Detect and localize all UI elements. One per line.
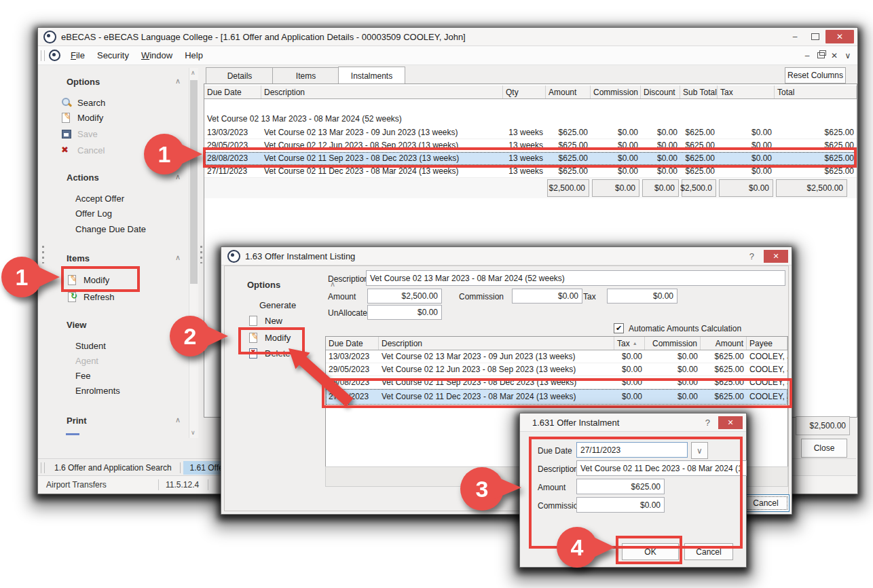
sidebar-item-search[interactable]: Search <box>61 97 105 108</box>
column-header-total[interactable]: Total <box>775 86 857 98</box>
tax-field[interactable]: $0.00 <box>607 289 677 304</box>
scrollbar-thumb[interactable] <box>190 80 198 284</box>
commission-field[interactable]: $0.00 <box>512 289 582 304</box>
collapse-chevron-icon[interactable]: ∧ <box>175 253 181 263</box>
collapse-chevron-icon[interactable]: ∧ <box>175 320 181 330</box>
amount-field[interactable]: $2,500.00 <box>367 289 442 304</box>
cancel-button-163[interactable]: Cancel <box>742 494 790 512</box>
column-header-description[interactable]: Description <box>379 337 614 350</box>
menu-file[interactable]: File <box>64 48 91 62</box>
sidebar-item-agent[interactable]: Agent <box>75 356 98 366</box>
table-row[interactable]: 29/05/2023Vet Course 02 12 Jun 2023 - 08… <box>204 139 857 152</box>
column-header-discount[interactable]: Discount <box>641 86 680 98</box>
sidebar-item-student[interactable]: Student <box>75 341 106 351</box>
sidebar-section-actions: Actions <box>67 172 99 183</box>
sidebar-item-enrolments[interactable]: Enrolments <box>75 386 120 396</box>
close-button-main[interactable]: Close <box>801 439 847 458</box>
total-subtotal: $2,500.0 <box>682 179 716 197</box>
cancel-icon: ✖ <box>61 145 72 155</box>
auto-calc-label: Automatic Amounts Calculation <box>629 324 741 333</box>
ok-button[interactable]: OK <box>622 543 679 560</box>
column-header-commission[interactable]: Commission <box>645 337 701 350</box>
cancel-button-1631[interactable]: Cancel <box>684 543 733 560</box>
column-header-tax[interactable]: Tax▲ <box>614 337 645 350</box>
column-header-amount[interactable]: Amount <box>546 86 591 98</box>
sidebar-item-change-due-date[interactable]: Change Due Date <box>75 224 146 234</box>
column-header-due-date[interactable]: Due Date <box>204 86 261 98</box>
sidebar-item-modify[interactable]: Modify <box>61 112 103 123</box>
column-header-commission[interactable]: Commission <box>591 86 641 98</box>
menu-help[interactable]: Help <box>179 48 209 62</box>
sidebar-section-options: Options <box>67 77 100 87</box>
table-row[interactable]: 27/11/2023Vet Course 02 11 Dec 2023 - 08… <box>204 165 857 178</box>
dialog-close-button[interactable]: ✕ <box>718 416 743 429</box>
sidebar-item-accept-offer[interactable]: Accept Offer <box>75 194 124 204</box>
commission-field[interactable]: $0.00 <box>576 497 665 513</box>
scroll-up-icon[interactable]: ∧ <box>191 69 196 76</box>
amount-label: Amount <box>328 292 356 301</box>
maximize-icon <box>811 33 819 40</box>
due-date-dropdown-button[interactable]: ∨ <box>691 442 708 459</box>
collapse-chevron-icon[interactable]: ∧ <box>175 172 181 183</box>
due-date-combo[interactable]: 27/11/2023 <box>576 442 688 458</box>
menu-security[interactable]: Security <box>91 48 135 62</box>
splitter-handle[interactable] <box>42 246 44 263</box>
dialog-close-button[interactable]: ✕ <box>764 250 788 263</box>
dialog163-title: 1.63 Offer Instalment Listing <box>245 251 355 261</box>
unallocated-field[interactable]: $0.00 <box>367 305 442 320</box>
mdi-restore-button[interactable] <box>814 49 828 62</box>
sidebar-item-save[interactable]: Save <box>61 128 98 139</box>
annotation-arrow <box>275 338 363 413</box>
tab-details[interactable]: Details <box>206 67 274 84</box>
sidebar-item-offer-log[interactable]: Offer Log <box>75 208 112 219</box>
close-button[interactable]: ✕ <box>825 30 854 43</box>
splitter-handle[interactable] <box>200 246 202 263</box>
auto-calc-checkbox[interactable]: ✔ <box>614 323 624 333</box>
sidebar-item-fee[interactable]: Fee <box>75 371 90 381</box>
search-icon <box>61 97 72 108</box>
sidebar-section-items: Items <box>67 253 90 263</box>
tab-items[interactable]: Items <box>272 67 339 84</box>
description-label: Description <box>538 464 578 474</box>
scroll-down-icon[interactable]: ∨ <box>191 429 196 436</box>
collapse-chevron-icon[interactable]: ∧ <box>175 416 181 426</box>
maximize-button[interactable] <box>805 30 825 43</box>
table-row-selected[interactable]: 28/08/2023Vet Course 02 11 Sep 2023 - 08… <box>204 152 857 165</box>
table-row[interactable]: 28/08/2023Vet Course 02 11 Sep 2023 - 08… <box>326 376 787 389</box>
modify-icon <box>67 274 78 285</box>
collapse-chevron-icon[interactable]: ∧ <box>175 77 181 87</box>
minimize-button[interactable]: – <box>785 30 805 43</box>
column-header-subtotal[interactable]: Sub Total <box>680 86 718 98</box>
table-row[interactable]: 13/03/2023Vet Course 02 13 Mar 2023 - 09… <box>326 350 787 363</box>
group-row: Vet Course 02 13 Mar 2023 - 08 Mar 2024 … <box>204 112 857 126</box>
help-button[interactable]: ? <box>749 251 754 261</box>
column-header-amount[interactable]: Amount <box>701 337 747 350</box>
menu-window[interactable]: Window <box>135 48 179 62</box>
task-tab-search[interactable]: 1.6 Offer and Application Search <box>49 461 177 475</box>
mdi-menu-chevron[interactable]: ∨ <box>841 49 855 62</box>
amount-field[interactable]: $625.00 <box>576 479 665 494</box>
sidebar-item-cancel[interactable]: ✖ Cancel <box>61 145 105 155</box>
dialog1631-title: 1.631 Offer Instalment <box>532 418 619 428</box>
description-field[interactable]: Vet Course 02 11 Dec 2023 - 08 Mar 2024 … <box>576 460 747 476</box>
column-header-qty[interactable]: Qty <box>503 86 546 98</box>
mdi-minimize-button[interactable]: – <box>800 49 814 62</box>
sidebar-item-refresh[interactable]: Refresh <box>67 291 115 302</box>
column-header-description[interactable]: Description <box>261 86 503 98</box>
table-row[interactable]: 29/05/2023Vet Course 02 12 Jun 2023 - 08… <box>326 363 787 376</box>
column-header-tax[interactable]: Tax <box>718 86 775 98</box>
description-field[interactable]: Vet Course 02 13 Mar 2023 - 08 Mar 2024 … <box>366 270 785 286</box>
total-commission: $0.00 <box>592 179 639 197</box>
reset-columns-button[interactable]: Reset Columns <box>785 67 846 84</box>
mdi-close-button[interactable]: ✕ <box>828 49 841 62</box>
sidebar-scrollbar[interactable]: ∧ ∨ <box>189 68 198 438</box>
column-header-payee[interactable]: Payee <box>747 337 787 350</box>
tab-instalments[interactable]: Instalments <box>338 67 405 84</box>
table-row[interactable]: 13/03/2023Vet Course 02 13 Mar 2023 - 09… <box>204 126 857 139</box>
dialog163-item-new[interactable]: New <box>248 315 282 326</box>
sidebar-item-items-modify[interactable]: Modify <box>67 274 109 285</box>
table-row-selected[interactable]: 27/11/2023Vet Course 02 11 Dec 2023 - 08… <box>326 389 787 405</box>
dialog163-item-generate[interactable]: Generate <box>259 300 296 310</box>
modify-icon <box>248 332 259 343</box>
help-button[interactable]: ? <box>705 418 710 428</box>
